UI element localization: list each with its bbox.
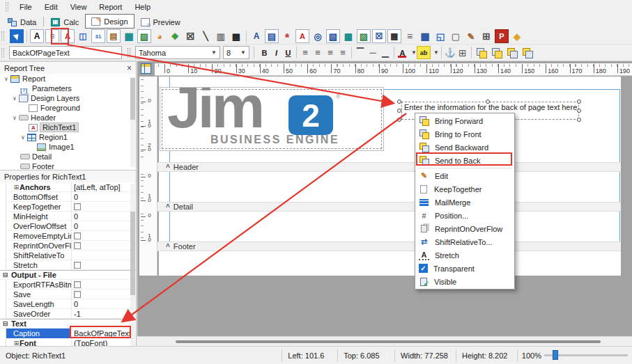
menu-item-position[interactable]: #Position... <box>415 209 514 222</box>
tree-node-design-layers[interactable]: ∨Design Layers <box>0 93 136 103</box>
tree-node-header[interactable]: ∨Header <box>0 113 136 122</box>
menu-item-transparent[interactable]: ✓Transparent <box>415 262 514 275</box>
borders-button[interactable]: ⊞ <box>457 47 468 58</box>
highlight-button[interactable]: ab <box>417 46 431 59</box>
chevron-down-icon[interactable]: ▼ <box>208 49 217 56</box>
dbimage2-tool[interactable] <box>357 29 371 43</box>
dbcluster-tool[interactable] <box>280 29 294 43</box>
checkbox-unchecked-icon[interactable] <box>74 291 81 298</box>
tree-scrollbar[interactable] <box>130 77 135 167</box>
menu-item-send-backward[interactable]: Send Backward <box>415 141 514 154</box>
send-backward-button[interactable] <box>505 46 519 60</box>
anchor-button[interactable]: ⚓ <box>445 47 456 58</box>
font-name-combo[interactable]: Tahoma▼ <box>135 46 220 59</box>
pdf-tool[interactable] <box>495 29 509 43</box>
resize-handle[interactable] <box>577 118 581 122</box>
checkbox-tool[interactable] <box>183 29 197 43</box>
chevron-down-icon[interactable]: ▼ <box>408 49 417 56</box>
prop-value[interactable]: 0 <box>72 221 136 231</box>
bold-button[interactable]: B <box>259 46 270 59</box>
align-left-button[interactable]: ≡ <box>300 47 311 58</box>
prop-row-anchors[interactable]: ⊞Anchors[atLeft, atTop] <box>6 182 136 192</box>
header-band-bar[interactable]: ^Header <box>157 162 621 172</box>
tree-node-foreground[interactable]: Foreground <box>0 103 136 113</box>
prop-row-savelength[interactable]: SaveLength0 <box>6 299 136 309</box>
caret-down-icon[interactable]: ∨ <box>20 134 26 141</box>
label-tool[interactable] <box>30 29 44 43</box>
pagesetup-tool[interactable] <box>433 29 447 43</box>
band-collapse-icon[interactable]: ^ <box>166 243 170 251</box>
chevron-down-icon[interactable]: ▼ <box>431 49 439 56</box>
dbtext-tool[interactable] <box>249 29 263 43</box>
prop-value[interactable] <box>72 202 136 212</box>
bring-to-front-button[interactable] <box>490 46 504 60</box>
menu-item-bring-forward[interactable]: Bring Forward <box>415 114 514 127</box>
memo-tool[interactable] <box>45 29 59 43</box>
checkbox-unchecked-icon[interactable] <box>74 242 81 249</box>
prop-row-reprintonoverflow[interactable]: ReprintOnOverFlo <box>6 241 136 251</box>
collapse-icon[interactable]: ⊟ <box>2 320 8 327</box>
valign-top-button[interactable]: ▔ <box>355 47 366 58</box>
menu-report[interactable]: Report <box>93 1 128 13</box>
menu-item-mailmerge[interactable]: MailMerge <box>415 196 514 209</box>
prop-row-removeemptyline[interactable]: RemoveEmptyLine <box>6 231 136 241</box>
menu-item-visible[interactable]: Visible <box>415 275 514 288</box>
menu-item-reprintonoverflow[interactable]: ReprintOnOverFlow <box>415 222 514 235</box>
tree-node-footer[interactable]: Footer <box>0 161 136 171</box>
menu-help[interactable]: Help <box>128 1 157 13</box>
dbimage-tool[interactable] <box>326 29 340 43</box>
band-collapse-icon[interactable]: ^ <box>166 164 170 171</box>
menu-item-stretch[interactable]: AStretch <box>415 248 514 262</box>
checkbox-unchecked-icon[interactable] <box>74 281 81 288</box>
tab-data[interactable]: Data <box>1 15 43 29</box>
italic-button[interactable]: I <box>270 46 282 59</box>
chevron-down-icon[interactable]: ▼ <box>238 49 246 56</box>
expand-icon[interactable]: ⊞ <box>13 340 20 347</box>
tab-calc[interactable]: Calc <box>45 15 85 29</box>
tab-design[interactable]: Design <box>85 14 134 29</box>
valign-bottom-button[interactable]: ▁ <box>380 47 391 58</box>
paintbrush-tool[interactable] <box>464 29 478 43</box>
menu-item-bring-to-front[interactable]: Bring to Front <box>415 127 514 141</box>
band-collapse-icon[interactable]: ^ <box>166 203 170 211</box>
prop-row-minheight[interactable]: MinHeight0 <box>6 212 136 221</box>
underline-button[interactable]: U <box>282 46 294 59</box>
prop-row-save[interactable]: Save <box>6 290 136 299</box>
zoom-slider[interactable] <box>544 354 628 356</box>
prop-row-bottomoffset[interactable]: BottomOffset0 <box>6 192 136 202</box>
detail-band-bar[interactable]: ^Detail <box>157 202 621 212</box>
resize-handle[interactable] <box>397 118 401 122</box>
checkbox-unchecked-icon[interactable] <box>74 203 81 210</box>
barcode-tool[interactable] <box>229 29 243 43</box>
properties-scrollbar[interactable] <box>130 184 135 355</box>
horizontal-scrollbar[interactable] <box>137 336 632 346</box>
calc-tool[interactable] <box>122 29 136 43</box>
dbbarcode-tool[interactable] <box>387 29 401 43</box>
sysvar-tool[interactable] <box>76 29 90 43</box>
shapes-tool[interactable] <box>168 29 182 43</box>
zoom-slider-thumb[interactable] <box>553 350 558 360</box>
line-tool[interactable] <box>199 29 213 43</box>
image-tool[interactable] <box>137 29 151 43</box>
logo-image-region[interactable]: Jim 2 ® BUSINESS ENGINE <box>160 87 384 151</box>
tab-preview[interactable]: Preview <box>134 15 187 29</box>
footer-band-area[interactable] <box>159 251 621 276</box>
menu-file[interactable]: File <box>13 1 38 13</box>
checkbox-unchecked-icon[interactable] <box>74 262 81 269</box>
dbrichtext-tool[interactable] <box>295 29 309 43</box>
checkbox-unchecked-icon[interactable] <box>74 232 81 239</box>
prop-row-stretch[interactable]: Stretch <box>6 260 136 270</box>
menu-item-edit[interactable]: ✎Edit <box>415 169 514 182</box>
richtext-tool[interactable] <box>61 29 75 43</box>
bring-forward-button[interactable] <box>475 46 488 60</box>
prop-value[interactable] <box>72 241 136 251</box>
prop-value[interactable] <box>72 280 136 290</box>
dbchart-tool[interactable] <box>341 29 355 43</box>
align-justify-button[interactable]: ≡ <box>337 47 348 58</box>
align-right-button[interactable]: ≡ <box>325 47 336 58</box>
prop-row-caption[interactable]: CaptionBackOfPageText <box>6 329 136 338</box>
prop-value-caption[interactable]: BackOfPageText <box>72 329 136 338</box>
prop-row-shiftrelativeto[interactable]: ShiftRelativeTo <box>6 251 136 260</box>
prop-row-saveorder[interactable]: SaveOrder-1 <box>6 309 136 319</box>
font-size-combo[interactable]: 8▼ <box>223 46 249 59</box>
